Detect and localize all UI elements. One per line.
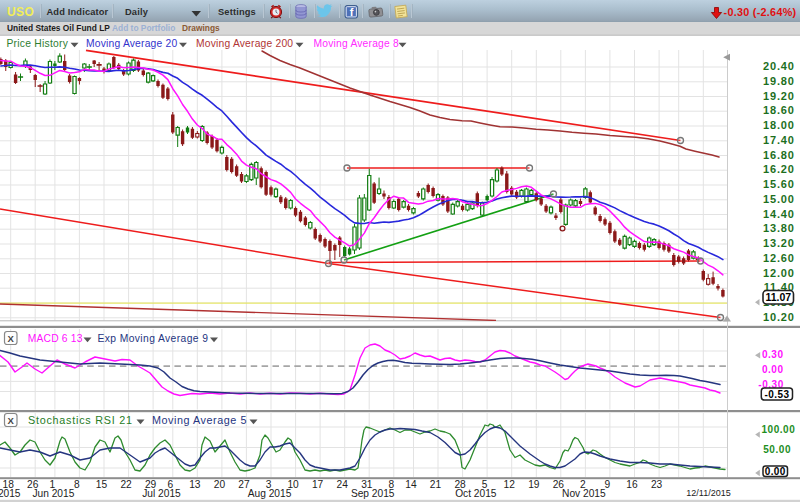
svg-text:Stochastics RSI 21: Stochastics RSI 21: [28, 414, 133, 426]
svg-text:10.20: 10.20: [763, 311, 795, 323]
svg-text:f: f: [350, 6, 354, 18]
svg-text:50.00: 50.00: [763, 444, 791, 455]
svg-text:13.80: 13.80: [763, 222, 795, 234]
svg-text:Moving Average 200: Moving Average 200: [196, 38, 293, 49]
svg-text:13.20: 13.20: [763, 237, 795, 249]
svg-text:-0.53: -0.53: [765, 389, 790, 400]
svg-text:USO: USO: [7, 5, 34, 19]
svg-text:0.00: 0.00: [762, 364, 784, 375]
svg-text:Oct 2015: Oct 2015: [455, 488, 497, 499]
svg-text:15.60: 15.60: [763, 178, 795, 190]
svg-text:Nov 2015: Nov 2015: [562, 488, 606, 499]
svg-text:MACD 6 13: MACD 6 13: [28, 333, 83, 344]
svg-text:18.00: 18.00: [763, 119, 795, 131]
svg-text:Drawings: Drawings: [182, 23, 220, 33]
svg-text:14.40: 14.40: [763, 208, 795, 220]
svg-text:Daily: Daily: [125, 7, 149, 17]
svg-text:12.00: 12.00: [763, 267, 795, 279]
svg-text:19: 19: [528, 479, 540, 490]
svg-text:Price History: Price History: [7, 38, 69, 49]
svg-text:-0.30 (-2.64%): -0.30 (-2.64%): [724, 6, 797, 18]
svg-text:12: 12: [504, 479, 516, 490]
svg-text:United States Oil Fund LP: United States Oil Fund LP: [7, 23, 110, 33]
svg-text:15: 15: [96, 479, 108, 490]
svg-text:16.20: 16.20: [763, 163, 795, 175]
svg-text:24: 24: [337, 479, 349, 490]
svg-text:14: 14: [405, 479, 417, 490]
svg-text:Sep 2015: Sep 2015: [351, 488, 395, 499]
svg-text:0.00: 0.00: [765, 466, 786, 477]
svg-text:15.00: 15.00: [763, 193, 795, 205]
svg-text:Jul 2015: Jul 2015: [142, 488, 181, 499]
svg-text:Settings: Settings: [218, 7, 256, 17]
svg-text:Add to Portfolio: Add to Portfolio: [112, 23, 175, 33]
svg-text:X: X: [8, 415, 15, 426]
svg-text:Moving Average 5: Moving Average 5: [152, 414, 247, 426]
svg-text:12/11/2015: 12/11/2015: [686, 488, 730, 498]
svg-text:21: 21: [430, 479, 442, 490]
svg-text:Aug 2015: Aug 2015: [248, 488, 292, 499]
svg-text:18.60: 18.60: [763, 104, 795, 116]
svg-text:22: 22: [120, 479, 132, 490]
svg-text:17.40: 17.40: [763, 134, 795, 146]
svg-text:20.40: 20.40: [763, 60, 795, 72]
svg-text:16: 16: [626, 479, 638, 490]
svg-text:11.07: 11.07: [765, 291, 791, 303]
svg-text:X: X: [8, 333, 15, 344]
svg-text:20: 20: [214, 479, 226, 490]
svg-text:17: 17: [312, 479, 324, 490]
svg-text:Moving Average 20: Moving Average 20: [86, 38, 177, 49]
svg-text:0.30: 0.30: [762, 349, 784, 360]
svg-text:Moving Average 8: Moving Average 8: [314, 38, 400, 49]
svg-text:23: 23: [651, 479, 663, 490]
svg-text:19.20: 19.20: [763, 90, 795, 102]
svg-text:8: 8: [74, 479, 80, 490]
svg-text:19.80: 19.80: [763, 75, 795, 87]
svg-text:Exp Moving Average 9: Exp Moving Average 9: [98, 333, 209, 344]
svg-text:13: 13: [189, 479, 201, 490]
svg-text:Add Indicator: Add Indicator: [47, 7, 109, 17]
svg-text:100.00: 100.00: [761, 424, 795, 435]
svg-text:Jun 2015: Jun 2015: [32, 488, 74, 499]
svg-text:16.80: 16.80: [763, 149, 795, 161]
svg-text:2015: 2015: [0, 488, 21, 499]
svg-text:12.60: 12.60: [763, 252, 795, 264]
